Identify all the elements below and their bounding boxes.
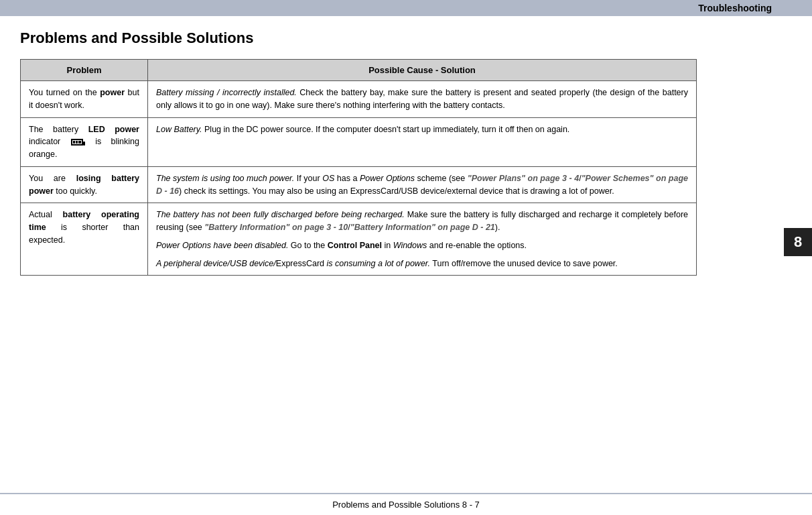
italic-text: The system is using too much power.	[156, 174, 294, 183]
problem-cell-2: The battery LED power indicator , is bli…	[21, 117, 148, 166]
footer-text: Problems and Possible Solutions 8 - 7	[332, 500, 480, 510]
solution-paragraph-2: Power Options have been disabled. Go to …	[156, 239, 688, 252]
solution-cell-2: Low Battery. Plug in the DC power source…	[148, 117, 697, 166]
problem-cell-1: You turned on the power but it doesn't w…	[21, 81, 148, 118]
page-title: Problems and Possible Solutions	[20, 30, 697, 47]
italic-text: A peripheral device/USB device/	[156, 259, 276, 268]
solution-paragraph-1: The battery has not been fully discharge…	[156, 209, 688, 234]
link-text-battery-1: "Battery Information" on page 3 - 10	[204, 223, 348, 232]
col-problem-header: Problem	[21, 60, 148, 81]
footer-bar: Problems and Possible Solutions 8 - 7	[0, 493, 812, 515]
solution-paragraph-3: A peripheral device/USB device/ExpressCa…	[156, 258, 688, 270]
main-content: Problems and Possible Solutions Problem …	[0, 16, 737, 289]
table-row: You are losing battery power too quickly…	[21, 166, 697, 203]
bold-text: LED power	[88, 125, 139, 134]
bold-text: power	[100, 88, 125, 97]
italic-text: Low Battery.	[156, 125, 202, 134]
header-title: Troubleshooting	[698, 3, 772, 13]
table-header-row: Problem Possible Cause - Solution	[21, 60, 697, 81]
side-tab: 8	[784, 228, 812, 256]
link-text: "Power Plans" on page 3 - 4	[468, 174, 579, 183]
bold-text: losing battery power	[29, 174, 139, 196]
solution-cell-4: The battery has not been fully discharge…	[148, 203, 697, 276]
battery-icon	[71, 139, 83, 146]
solution-cell-3: The system is using too much power. If y…	[148, 166, 697, 203]
header-bar: Troubleshooting	[0, 0, 812, 16]
table-row: Actual battery operating time is shorter…	[21, 203, 697, 276]
bold-text: Control Panel	[328, 241, 382, 250]
italic-text: The battery has not been fully discharge…	[156, 210, 405, 219]
solutions-table: Problem Possible Cause - Solution You tu…	[20, 59, 697, 276]
solution-cell-1: Battery missing / incorrectly installed.…	[148, 81, 697, 118]
table-row: You turned on the power but it doesn't w…	[21, 81, 697, 118]
problem-cell-3: You are losing battery power too quickly…	[21, 166, 148, 203]
col-solution-header: Possible Cause - Solution	[148, 60, 697, 81]
italic-text: Power Options have been disabled.	[156, 241, 288, 250]
bold-text: battery operating time	[29, 210, 139, 232]
problem-cell-4: Actual battery operating time is shorter…	[21, 203, 148, 276]
italic-text: Battery missing / incorrectly installed.	[156, 88, 297, 97]
table-row: The battery LED power indicator , is bli…	[21, 117, 697, 166]
link-text-battery-2: "Battery Information" on page D - 21	[350, 223, 495, 232]
